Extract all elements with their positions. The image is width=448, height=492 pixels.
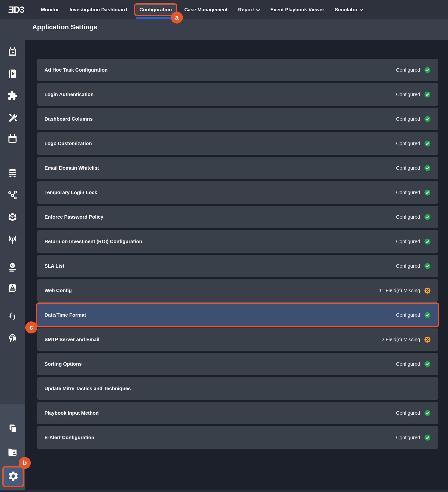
globe-settings-icon[interactable]	[8, 262, 18, 272]
check-circle-icon	[424, 312, 431, 318]
folder-user-icon[interactable]	[8, 447, 18, 457]
check-circle-icon	[424, 410, 431, 416]
settings-row-e-alert-configuration[interactable]: E-Alert ConfigurationConfigured	[37, 426, 438, 449]
settings-row-label: SMTP Server and Email	[44, 337, 100, 342]
fingerprint-icon[interactable]	[8, 333, 18, 343]
status-text: Configured	[396, 214, 420, 220]
status-badge: Configured	[396, 140, 431, 147]
status-text: Configured	[396, 410, 420, 416]
settings-row-web-config[interactable]: Web Config11 Field(s) Missing	[37, 279, 438, 302]
nav-item-configuration-active-wrap: Configurationa	[134, 3, 177, 16]
status-badge: Configured	[396, 410, 431, 416]
settings-row-logo-customization[interactable]: Logo CustomizationConfigured	[37, 132, 438, 155]
settings-row-enforce-password-policy[interactable]: Enforce Password PolicyConfigured	[37, 206, 438, 228]
check-circle-icon	[424, 214, 431, 220]
api-gear-icon[interactable]: API	[8, 212, 18, 222]
status-badge: Configured	[396, 312, 431, 318]
settings-gear-highlight-box[interactable]	[2, 466, 24, 487]
d3-logo[interactable]: ƎD3	[8, 5, 24, 14]
settings-row-smtp-server-and-email[interactable]: SMTP Server and Email2 Field(s) Missing	[37, 328, 438, 351]
chevron-down-icon	[360, 9, 363, 11]
check-circle-icon	[424, 189, 431, 196]
status-badge: Configured	[396, 263, 431, 269]
nav-item-event-playbook-viewer[interactable]: Event Playbook Viewer	[265, 7, 330, 12]
nav-item-investigation-dashboard[interactable]: Investigation Dashboard	[64, 7, 132, 12]
nav-item-monitor[interactable]: Monitor	[36, 7, 64, 12]
status-text: Configured	[396, 92, 420, 97]
check-circle-icon	[424, 434, 431, 441]
status-badge: Configured	[396, 434, 431, 441]
status-text: 2 Field(s) Missing	[381, 337, 420, 342]
settings-row-label: Playbook Input Method	[44, 410, 99, 416]
settings-row-label: Update Mitre Tactics and Techniques	[44, 386, 131, 391]
annotation-badge-c: c	[25, 321, 37, 333]
settings-row-label: Email Domain Whitelist	[44, 165, 99, 171]
puzzle-icon[interactable]	[8, 91, 18, 101]
settings-row-label: Date/Time Format	[44, 312, 86, 318]
database-icon[interactable]	[8, 168, 18, 178]
status-text: 11 Field(s) Missing	[379, 287, 420, 293]
settings-gear-icon	[8, 470, 19, 483]
bottom-strip	[0, 490, 448, 492]
settings-row-label: Login Authentication	[44, 92, 94, 97]
status-text: Configured	[396, 165, 420, 171]
settings-row-date-time-format[interactable]: Date/Time FormatConfiguredc	[37, 304, 438, 326]
settings-row-label: Logo Customization	[44, 141, 92, 146]
check-circle-icon	[424, 165, 431, 171]
share-nodes-icon[interactable]	[8, 190, 18, 200]
settings-row-label: Enforce Password Policy	[44, 214, 103, 220]
status-badge: Configured	[396, 361, 431, 367]
nav-item-configuration[interactable]: Configuration	[134, 3, 177, 16]
settings-row-label: Return on Investment (ROI) Configuration	[44, 238, 142, 244]
calendar-icon[interactable]	[8, 133, 18, 144]
status-text: Configured	[396, 238, 420, 244]
settings-row-sorting-options[interactable]: Sorting OptionsConfigured	[37, 353, 438, 375]
settings-panel: Ad Hoc Task ConfigurationConfiguredLogin…	[25, 40, 448, 490]
nav-item-simulator[interactable]: Simulator	[330, 7, 369, 12]
status-badge: Configured	[396, 91, 431, 98]
calendar-play-icon[interactable]	[8, 47, 18, 57]
status-text: Configured	[396, 67, 420, 73]
settings-row-ad-hoc-task-configuration[interactable]: Ad Hoc Task ConfigurationConfigured	[37, 59, 438, 81]
check-circle-icon	[424, 263, 431, 269]
settings-row-return-on-investment-roi-configuration[interactable]: Return on Investment (ROI) Configuration…	[37, 230, 438, 253]
settings-row-label: Sorting Options	[44, 361, 82, 367]
status-text: Configured	[396, 116, 420, 122]
status-badge: Configured	[396, 165, 431, 171]
settings-row-update-mitre-tactics-and-techniques[interactable]: Update Mitre Tactics and Techniques	[37, 377, 438, 400]
copy-icon[interactable]	[8, 423, 18, 433]
settings-row-dashboard-columns[interactable]: Dashboard ColumnsConfigured	[37, 108, 438, 130]
left-sidebar: API	[0, 19, 25, 492]
nav-item-case-management[interactable]: Case Management	[179, 7, 233, 12]
status-badge: 11 Field(s) Missing	[379, 287, 431, 294]
annotation-badge-b: b	[19, 457, 31, 469]
playbook-icon[interactable]	[8, 69, 18, 79]
nav-item-report[interactable]: Report	[233, 7, 265, 12]
nav-item-label: Monitor	[41, 7, 59, 12]
settings-row-label: Dashboard Columns	[44, 116, 93, 122]
check-circle-icon	[424, 361, 431, 367]
page-title: Application Settings	[32, 23, 97, 31]
report-template-icon[interactable]	[8, 283, 18, 293]
settings-row-temporary-login-lock[interactable]: Temporary Login LockConfigured	[37, 181, 438, 204]
status-text: Configured	[396, 141, 420, 146]
settings-row-login-authentication[interactable]: Login AuthenticationConfigured	[37, 83, 438, 106]
broadcast-icon[interactable]	[8, 235, 18, 245]
status-badge: Configured	[396, 214, 431, 220]
settings-row-label: Web Config	[44, 287, 72, 293]
status-text: Configured	[396, 263, 420, 269]
settings-row-email-domain-whitelist[interactable]: Email Domain WhitelistConfigured	[37, 157, 438, 179]
settings-row-label: E-Alert Configuration	[44, 435, 94, 440]
status-text: Configured	[396, 312, 420, 318]
sync-icon[interactable]	[8, 311, 18, 321]
check-circle-icon	[424, 238, 431, 245]
status-badge: 2 Field(s) Missing	[381, 336, 431, 343]
settings-row-playbook-input-method[interactable]: Playbook Input MethodConfigured	[37, 402, 438, 424]
check-circle-icon	[424, 67, 431, 73]
nav-items: MonitorInvestigation DashboardConfigurat…	[36, 3, 368, 16]
settings-row-sla-list[interactable]: SLA ListConfigured	[37, 255, 438, 277]
top-navbar: ƎD3 MonitorInvestigation DashboardConfig…	[0, 0, 448, 19]
tools-icon[interactable]	[8, 113, 18, 123]
check-circle-icon	[424, 91, 431, 98]
settings-row-label: SLA List	[44, 263, 64, 269]
